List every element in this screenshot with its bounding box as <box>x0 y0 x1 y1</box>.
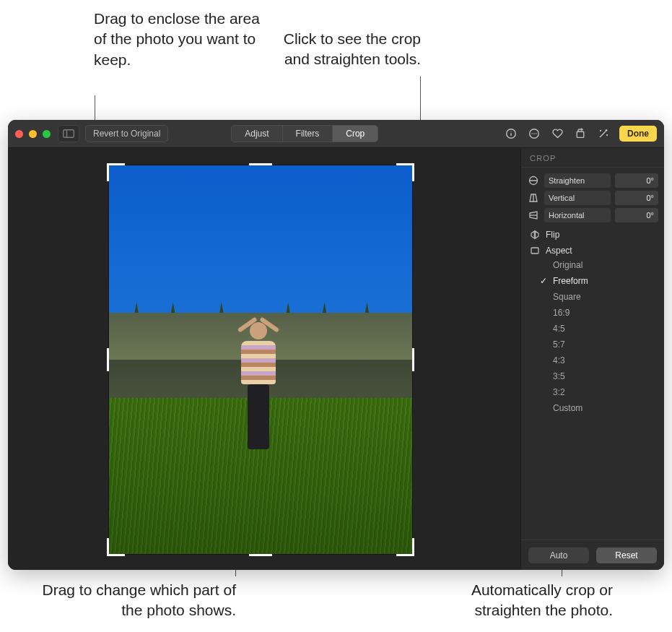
aspect-option-label: 4:3 <box>553 355 565 365</box>
aspect-icon <box>530 246 540 256</box>
aspect-option-square[interactable]: ✓Square <box>553 292 664 302</box>
svg-rect-14 <box>531 248 538 254</box>
callout-bottom-right: Automatically crop or straighten the pho… <box>414 580 613 621</box>
flip-icon <box>530 230 540 240</box>
aspect-option-label: Freeform <box>553 276 588 286</box>
sidebar-toggle-button[interactable] <box>58 125 79 142</box>
panel-footer: Auto Reset <box>521 540 664 570</box>
minimize-window-button[interactable] <box>29 130 37 138</box>
aspect-option-16-9[interactable]: ✓16:9 <box>553 308 664 318</box>
aspect-option-custom[interactable]: ✓Custom <box>553 403 664 413</box>
info-icon[interactable] <box>504 126 518 141</box>
svg-rect-9 <box>577 131 584 137</box>
horizontal-perspective-icon <box>527 210 540 220</box>
tab-crop[interactable]: Crop <box>332 125 378 142</box>
edit-mode-tabs: Adjust Filters Crop <box>231 125 378 142</box>
aspect-option-4-5[interactable]: ✓4:5 <box>553 324 664 334</box>
aspect-option-label: 3:5 <box>553 371 565 381</box>
photos-edit-window: Revert to Original Adjust Filters Crop D… <box>8 120 664 570</box>
straighten-icon <box>527 176 540 186</box>
svg-point-8 <box>536 133 537 134</box>
aspect-option-label: 3:2 <box>553 387 565 397</box>
more-icon[interactable] <box>527 126 541 141</box>
horizontal-row: Horizontal 0° <box>521 207 664 224</box>
toolbar: Revert to Original Adjust Filters Crop D… <box>8 120 664 148</box>
svg-rect-0 <box>64 130 74 138</box>
aspect-option-label: Square <box>553 292 581 302</box>
auto-crop-button[interactable]: Auto <box>528 547 589 563</box>
aspect-option-5-7[interactable]: ✓5:7 <box>553 339 664 350</box>
auto-enhance-icon[interactable] <box>596 126 611 141</box>
revert-to-original-button[interactable]: Revert to Original <box>85 125 168 142</box>
svg-point-6 <box>531 133 533 134</box>
flip-label: Flip <box>546 230 559 240</box>
horizontal-label[interactable]: Horizontal <box>544 208 611 222</box>
aspect-option-3-5[interactable]: ✓3:5 <box>553 371 664 381</box>
edit-canvas[interactable] <box>8 148 520 570</box>
straighten-label[interactable]: Straighten <box>544 173 611 188</box>
vertical-label[interactable]: Vertical <box>544 191 611 205</box>
svg-point-7 <box>533 133 535 134</box>
aspect-option-freeform[interactable]: ✓Freeform <box>553 276 664 286</box>
zoom-window-button[interactable] <box>43 130 51 138</box>
vertical-perspective-icon <box>527 193 540 203</box>
aspect-option-label: Original <box>553 260 582 270</box>
vertical-row: Vertical 0° <box>521 189 664 207</box>
callout-top-right: Click to see the crop and straighten too… <box>269 29 421 70</box>
aspect-option-label: 16:9 <box>553 308 570 318</box>
close-window-button[interactable] <box>15 130 23 138</box>
svg-point-4 <box>510 131 511 131</box>
window-controls <box>15 130 51 138</box>
tab-filters[interactable]: Filters <box>282 125 333 142</box>
vertical-value[interactable]: 0° <box>615 191 658 205</box>
photo-preview[interactable] <box>109 165 412 554</box>
straighten-row: Straighten 0° <box>521 172 664 189</box>
photo-crop-frame[interactable] <box>109 165 412 554</box>
aspect-option-original[interactable]: ✓Original <box>553 260 664 270</box>
crop-handle-bottom[interactable] <box>249 554 272 556</box>
crop-handle-right[interactable] <box>412 348 414 371</box>
toolbar-right-group: Done <box>504 126 657 142</box>
horizontal-value[interactable]: 0° <box>615 208 658 222</box>
favorite-icon[interactable] <box>550 126 564 141</box>
reset-crop-button[interactable]: Reset <box>596 547 657 563</box>
aspect-header-row[interactable]: Aspect <box>521 243 664 259</box>
flip-row[interactable]: Flip <box>521 224 664 243</box>
tab-adjust[interactable]: Adjust <box>231 125 282 142</box>
aspect-option-4-3[interactable]: ✓4:3 <box>553 355 664 365</box>
aspect-option-label: Custom <box>553 403 582 413</box>
panel-title: CROP <box>521 148 664 168</box>
check-icon: ✓ <box>540 276 547 286</box>
aspect-option-3-2[interactable]: ✓3:2 <box>553 387 664 397</box>
aspect-option-label: 5:7 <box>553 339 565 350</box>
callout-bottom-left: Drag to change which part of the photo s… <box>23 580 236 621</box>
crop-panel: CROP Straighten 0° Vertical 0° Horizonta… <box>520 148 664 570</box>
done-button[interactable]: Done <box>619 126 657 142</box>
aspect-label: Aspect <box>546 246 572 256</box>
aspect-option-label: 4:5 <box>553 324 565 334</box>
aspect-list: ✓Original✓Freeform✓Square✓16:9✓4:5✓5:7✓4… <box>521 259 664 417</box>
rotate-icon[interactable] <box>573 126 588 141</box>
callout-top-left: Drag to enclose the area of the photo yo… <box>94 9 260 70</box>
straighten-value[interactable]: 0° <box>615 173 658 188</box>
